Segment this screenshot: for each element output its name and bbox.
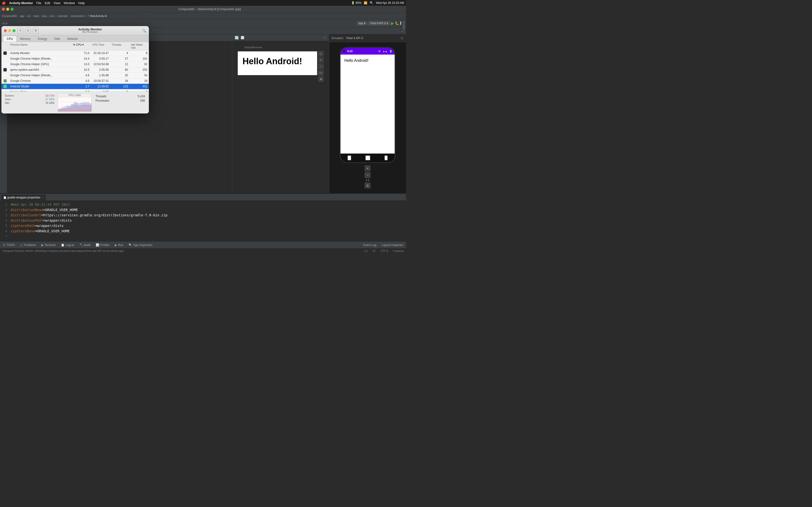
menu-edit[interactable]: Edit <box>45 1 50 5</box>
bc-composem1-pkg[interactable]: composem1 <box>70 14 85 17</box>
preview-toolbar: 🔄 ⬜ ✓ <box>232 34 329 41</box>
window-close[interactable] <box>2 8 5 11</box>
app-inspection-tab[interactable]: 🔍App Inspection <box>128 243 153 247</box>
preview-refresh-btn[interactable]: 🔄 <box>235 36 239 40</box>
table-row[interactable]: qemu-system-aarch64 10.5 2:05.66 80 252 <box>1 67 149 73</box>
preview-compose-box: Hello Android! <box>238 51 317 75</box>
todo-tab[interactable]: ☑TODO <box>2 243 16 247</box>
table-row[interactable]: Screen Shot 2.0 0.25 9 3 <box>1 89 149 92</box>
tab-close-gradle[interactable]: ✕ <box>41 196 43 199</box>
table-row-android-studio[interactable]: Android Studio 2.7 11:09.62 115 451 <box>1 84 149 89</box>
am-col-threads[interactable]: Threads <box>110 43 130 50</box>
am-processes-value: 556 <box>140 99 145 102</box>
preview-area: 🔄 ⬜ ✓ DefaultPreview Hello Android! ⬡ + … <box>232 34 329 193</box>
bc-java[interactable]: java <box>42 14 47 17</box>
am-system-value: 10.71% <box>45 94 54 97</box>
am-minimize[interactable] <box>8 29 11 32</box>
am-tab-disk[interactable]: Disk <box>51 36 63 42</box>
table-row[interactable]: Google Chrome Helper (GPU) 13.0 10:54:54… <box>1 62 149 67</box>
problems-tab[interactable]: ⚠Problems <box>19 243 37 247</box>
menu-window[interactable]: Window <box>64 1 75 5</box>
status-message: Compose Preview refresh: refreshing Comp… <box>2 249 359 252</box>
am-search-btn[interactable]: 🔍 <box>142 28 146 33</box>
nav-back[interactable]: ◀ <box>2 21 5 25</box>
bottom-code-tabs: 📄 gradle-wrapper.properties ✕ <box>0 193 406 201</box>
am-col-cpu-time[interactable]: CPU Time <box>91 43 110 50</box>
app-name-menu[interactable]: Activity Monitor <box>9 1 33 5</box>
window-minimize[interactable] <box>6 8 9 11</box>
am-tab-network[interactable]: Network <box>64 36 81 42</box>
menu-file[interactable]: File <box>36 1 41 5</box>
debug-button[interactable]: 🐛 <box>395 21 399 25</box>
am-user-stat: User: 17.15% <box>5 98 54 101</box>
window-maximize[interactable] <box>11 8 13 11</box>
build-tab[interactable]: 🔨Build <box>79 243 92 247</box>
bc-composem1[interactable]: ComposeM1 <box>2 14 17 17</box>
emulator-fit-btn[interactable]: ⊞ <box>365 182 370 188</box>
profiler-tab[interactable]: 📊Profiler <box>95 243 110 247</box>
menu-help[interactable]: Help <box>78 1 85 5</box>
table-row[interactable]: Google Chrome 4.6 19:08:37.51 34 18 <box>1 78 149 84</box>
preview-interactive-btn[interactable]: ⬜ <box>241 36 244 39</box>
am-user-value: 17.15% <box>45 98 54 101</box>
preview-zoom-in-btn[interactable]: + <box>318 57 323 63</box>
am-threads-row: Threads: 5,416 <box>95 94 145 99</box>
am-tab-energy[interactable]: Energy <box>35 36 51 42</box>
am-system-label: System: <box>5 94 14 97</box>
am-table-header: Process Name % CPU ▾ CPU Time Threads Id… <box>1 42 149 50</box>
bc-example[interactable]: example <box>57 14 68 17</box>
emulator-label: Emulator: <box>332 37 344 40</box>
am-close-btn[interactable]: ✕ <box>17 28 23 34</box>
gradle-wrapper-tab[interactable]: 📄 gradle-wrapper.properties ✕ <box>1 194 46 201</box>
am-col-name[interactable]: Process Name <box>9 43 71 50</box>
phone-back-btn[interactable]: ◀ <box>348 156 351 160</box>
device-selector[interactable]: Pixel 4 API S ▾ <box>368 21 390 25</box>
apple-menu[interactable]: 🍎 <box>2 1 6 5</box>
bc-app[interactable]: app <box>20 14 24 17</box>
run-config-selector[interactable]: app ▾ <box>357 21 367 25</box>
table-row[interactable]: Google Chrome Helper (Rende... 14.4 3:59… <box>1 56 149 62</box>
phone-recents-btn[interactable]: ■ <box>385 156 388 160</box>
layout-inspector-tab[interactable]: Layout Inspector <box>380 243 404 247</box>
am-info-btn[interactable]: ℹ <box>25 28 31 34</box>
am-col-cpu[interactable]: % CPU ▾ <box>71 43 91 50</box>
bc-file[interactable]: K MainActivity.kt <box>88 14 107 17</box>
status-indent: 4 spaces <box>393 249 404 252</box>
menu-view[interactable]: View <box>54 1 60 5</box>
breadcrumb: ComposeM1 › app › src › main › java › co… <box>0 12 406 19</box>
kotlin-file-icon: K <box>88 14 89 17</box>
nav-forward[interactable]: ▶ <box>6 21 8 25</box>
preview-hello-text: Hello Android! <box>243 56 302 66</box>
am-process-list[interactable]: Activity Monitor 71.0 31:26:19.47 4 8 Go… <box>1 50 149 92</box>
emulator-settings-btn[interactable]: ⚙ <box>400 36 404 40</box>
emulator-zoom-out[interactable]: − <box>365 172 370 178</box>
run-tab[interactable]: ▶Run <box>114 243 124 247</box>
table-row[interactable]: Activity Monitor 71.0 31:26:19.47 4 8 <box>1 50 149 56</box>
search-icon-menu[interactable]: 🔍 <box>370 1 373 5</box>
ide-title: ComposeM1 – MainActivity.kt [ComposeM1.a… <box>15 7 404 11</box>
phone-home-btn[interactable]: ⬤ <box>365 156 370 160</box>
am-col-idle[interactable]: Idle Wake Ups <box>130 43 149 50</box>
emulator-zoom-level: 1:1 <box>366 179 369 181</box>
am-tab-cpu[interactable]: CPU <box>3 36 16 42</box>
preview-expand-btn[interactable]: ⬡ <box>318 51 323 56</box>
am-system-stat: System: 10.71% <box>5 94 54 97</box>
terminal-tab[interactable]: ▶Terminal <box>40 243 56 247</box>
event-log-tab[interactable]: Event Log <box>362 243 377 247</box>
preview-zoom-fit-btn[interactable]: 1:1 <box>318 70 323 75</box>
run-button[interactable]: ▶ <box>391 21 394 25</box>
am-tab-memory[interactable]: Memory <box>17 36 34 42</box>
preview-zoom-out-btn[interactable]: − <box>318 64 323 69</box>
bottom-code-panel: 📄 gradle-wrapper.properties ✕ 1 #Wed Apr… <box>0 193 406 241</box>
bc-com[interactable]: com <box>50 14 55 17</box>
am-maximize[interactable] <box>12 29 15 32</box>
table-row[interactable]: Google Chrome Helper (Rende... 4.6 1:45.… <box>1 73 149 78</box>
bc-main[interactable]: main <box>33 14 39 17</box>
logcat-tab[interactable]: 📋Logcat <box>60 243 75 247</box>
emulator-zoom-in[interactable]: + <box>365 165 370 171</box>
am-close[interactable] <box>4 29 7 32</box>
am-gear-btn[interactable]: ⚙ <box>33 28 39 34</box>
preview-fullscreen-btn[interactable]: ⊞ <box>318 76 323 81</box>
bc-src[interactable]: src <box>27 14 31 17</box>
status-position: 1:1 <box>364 249 368 252</box>
